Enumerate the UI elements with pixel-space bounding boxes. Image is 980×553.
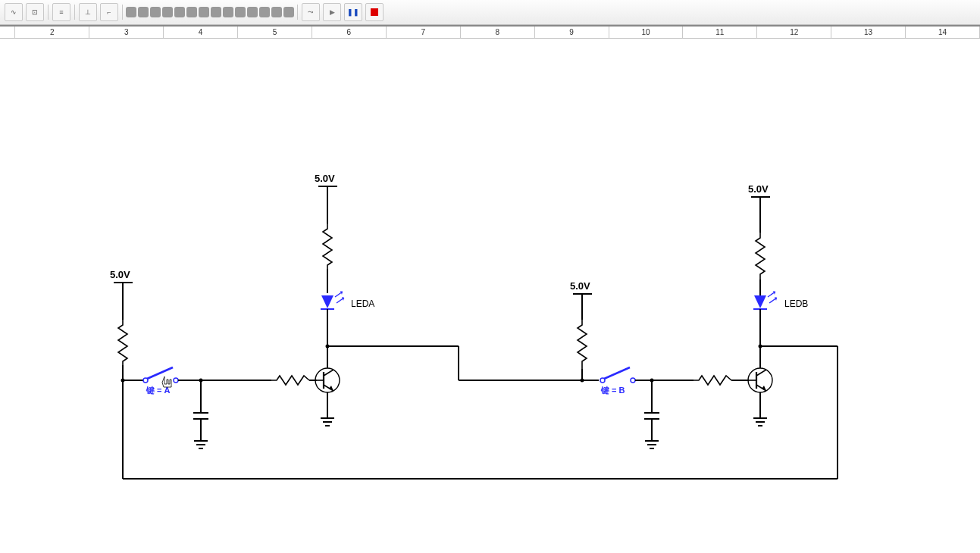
voltage-source-1: 5.0V	[110, 269, 133, 320]
svg-line-3	[147, 367, 173, 379]
ruler-cell: 5	[238, 27, 312, 38]
tool-icon-3[interactable]: ≡	[52, 3, 70, 21]
ground-1	[194, 441, 208, 448]
preset-button-1[interactable]	[126, 7, 136, 17]
led-b-label: LEDB	[784, 298, 808, 309]
ruler-cell: 4	[164, 27, 238, 38]
voltage-label-1: 5.0V	[110, 269, 130, 280]
svg-line-40	[756, 370, 766, 376]
ruler-cell: 7	[387, 27, 461, 38]
sim-interactive-icon[interactable]: ⤳	[302, 3, 320, 21]
cursor-hand-icon	[162, 376, 171, 387]
voltage-label-4: 5.0V	[748, 183, 769, 195]
switch-a[interactable]: 键 = A	[143, 367, 178, 395]
voltage-label-3: 5.0V	[570, 280, 590, 292]
sim-play-button[interactable]: ▶	[323, 3, 341, 21]
preset-button-4[interactable]	[162, 7, 173, 17]
ruler-cell: 10	[609, 27, 684, 38]
preset-button-2[interactable]	[138, 7, 149, 17]
tool-icon-2[interactable]: ⊡	[26, 3, 44, 21]
ruler-cell: 11	[683, 27, 757, 38]
svg-point-31	[631, 378, 635, 383]
ruler-cell: 2	[15, 27, 89, 38]
voltage-source-3: 5.0V	[570, 280, 592, 320]
tool-icon-1[interactable]: ∿	[5, 3, 23, 21]
schematic-canvas[interactable]: 5.0V 键 = A	[0, 58, 980, 553]
ground-4	[753, 418, 767, 426]
preset-button-10[interactable]	[235, 7, 246, 17]
led-b: LEDB	[753, 291, 808, 309]
led-a-label: LEDA	[351, 298, 374, 309]
ruler-cell: 9	[535, 27, 609, 38]
voltage-source-4: 5.0V	[748, 183, 770, 233]
junction	[121, 379, 125, 383]
svg-marker-48	[754, 295, 766, 308]
sim-pause-button[interactable]: ❚❚	[344, 3, 362, 21]
preset-button-11[interactable]	[247, 7, 258, 17]
ground-3	[645, 441, 659, 448]
preset-button-3[interactable]	[150, 7, 161, 17]
preset-button-12[interactable]	[259, 7, 270, 17]
transistor-2	[748, 368, 772, 392]
resistor-1	[118, 320, 127, 365]
ruler-cell: 8	[461, 27, 535, 38]
tool-icon-4[interactable]: ⊥	[79, 3, 97, 21]
transistor-1	[315, 368, 340, 392]
switch-b[interactable]: 键 = B	[600, 367, 635, 395]
horizontal-ruler: 234567891011121314	[0, 25, 980, 39]
sim-stop-button[interactable]	[365, 3, 384, 21]
ruler-cell: 14	[906, 27, 980, 38]
ruler-cell	[0, 27, 15, 38]
preset-button-14[interactable]	[283, 7, 294, 17]
ruler-cell: 13	[831, 27, 906, 38]
circuit-schematic: 5.0V 键 = A	[0, 58, 980, 553]
led-a: LEDA	[321, 291, 374, 309]
capacitor-2	[644, 413, 659, 419]
preset-button-13[interactable]	[271, 7, 282, 17]
ground-2	[321, 418, 334, 426]
resistor-4	[578, 320, 587, 369]
switch-b-label: 键 = B	[600, 386, 625, 395]
ruler-cell: 12	[757, 27, 831, 38]
voltage-source-2: 5.0V	[315, 173, 337, 223]
preset-button-8[interactable]	[211, 7, 221, 17]
preset-button-7[interactable]	[199, 7, 209, 17]
voltage-label-2: 5.0V	[315, 173, 335, 184]
resistor-2	[271, 376, 309, 385]
toolbar: ∿ ⊡ ≡ ⊥ ⌐ ⤳ ▶ ❚❚	[0, 0, 980, 25]
junction	[581, 379, 584, 383]
ruler-cell: 3	[89, 27, 164, 38]
resistor-6	[756, 233, 765, 280]
ruler-cell: 6	[312, 27, 387, 38]
resistor-3	[323, 223, 332, 269]
resistor-5	[694, 376, 731, 385]
svg-marker-21	[321, 295, 333, 308]
preset-button-6[interactable]	[186, 7, 197, 17]
svg-line-30	[604, 367, 630, 379]
tool-icon-5[interactable]: ⌐	[100, 3, 118, 21]
svg-line-13	[324, 370, 333, 376]
preset-button-5[interactable]	[174, 7, 185, 17]
preset-button-9[interactable]	[223, 7, 233, 17]
svg-point-4	[174, 378, 178, 383]
capacitor-1	[193, 413, 208, 419]
